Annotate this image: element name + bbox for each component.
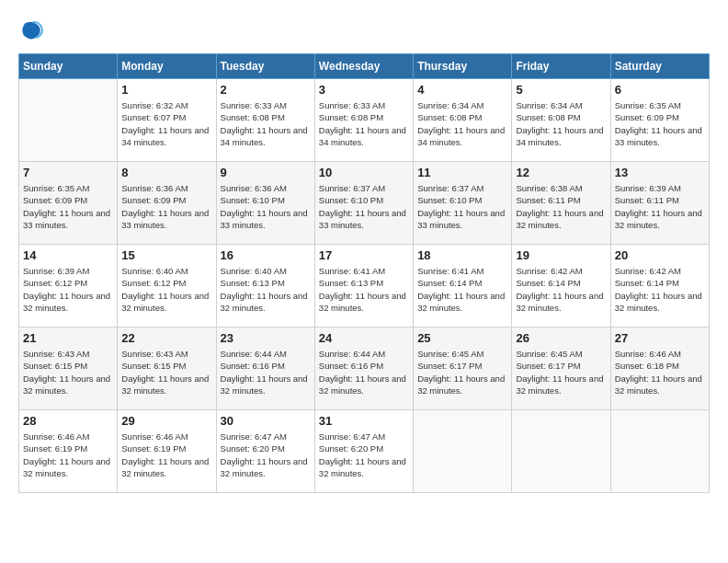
day-info: Sunrise: 6:35 AMSunset: 6:09 PMDaylight:… [615,99,705,148]
day-number: 19 [516,248,606,262]
header-day-tuesday: Tuesday [216,54,314,79]
day-info: Sunrise: 6:42 AMSunset: 6:14 PMDaylight:… [615,265,705,314]
day-info: Sunrise: 6:36 AMSunset: 6:09 PMDaylight:… [121,182,211,231]
day-info: Sunrise: 6:33 AMSunset: 6:08 PMDaylight:… [221,99,311,148]
day-info: Sunrise: 6:39 AMSunset: 6:12 PMDaylight:… [23,265,113,314]
calendar-cell: 13 Sunrise: 6:39 AMSunset: 6:11 PMDaylig… [610,162,709,245]
day-info: Sunrise: 6:44 AMSunset: 6:16 PMDaylight:… [221,348,311,396]
day-number: 10 [319,166,409,179]
day-info: Sunrise: 6:39 AMSunset: 6:11 PMDaylight:… [615,182,705,231]
calendar-cell: 28 Sunrise: 6:46 AMSunset: 6:19 PMDaylig… [19,410,118,493]
calendar-cell: 6 Sunrise: 6:35 AMSunset: 6:09 PMDayligh… [610,79,709,162]
day-number: 1 [121,83,211,97]
header-day-saturday: Saturday [610,54,709,79]
day-number: 31 [319,414,409,428]
calendar-cell: 18 Sunrise: 6:41 AMSunset: 6:14 PMDaylig… [414,245,512,327]
calendar-cell: 11 Sunrise: 6:37 AMSunset: 6:10 PMDaylig… [414,162,512,245]
day-info: Sunrise: 6:46 AMSunset: 6:19 PMDaylight:… [23,431,113,479]
day-number: 12 [516,166,606,179]
calendar-cell: 23 Sunrise: 6:44 AMSunset: 6:16 PMDaylig… [216,327,314,410]
day-info: Sunrise: 6:45 AMSunset: 6:17 PMDaylight:… [516,348,606,396]
calendar-cell: 26 Sunrise: 6:45 AMSunset: 6:17 PMDaylig… [512,327,610,410]
header-day-thursday: Thursday [414,54,512,79]
day-number: 25 [417,331,507,345]
day-number: 8 [121,166,211,179]
day-number: 15 [121,248,211,262]
day-number: 16 [221,248,311,262]
day-number: 14 [23,248,113,262]
day-number: 30 [221,414,311,428]
day-info: Sunrise: 6:34 AMSunset: 6:08 PMDaylight:… [516,99,606,148]
day-number: 4 [417,83,507,97]
calendar-cell: 15 Sunrise: 6:40 AMSunset: 6:12 PMDaylig… [118,245,216,327]
day-info: Sunrise: 6:43 AMSunset: 6:15 PMDaylight:… [23,348,113,396]
day-info: Sunrise: 6:43 AMSunset: 6:15 PMDaylight:… [121,348,211,396]
day-info: Sunrise: 6:38 AMSunset: 6:11 PMDaylight:… [516,182,606,231]
calendar-cell: 14 Sunrise: 6:39 AMSunset: 6:12 PMDaylig… [19,245,118,327]
day-info: Sunrise: 6:37 AMSunset: 6:10 PMDaylight:… [319,182,409,231]
calendar-cell [512,410,610,493]
day-info: Sunrise: 6:44 AMSunset: 6:16 PMDaylight:… [319,348,409,396]
calendar-cell: 22 Sunrise: 6:43 AMSunset: 6:15 PMDaylig… [118,327,216,410]
header-day-monday: Monday [118,54,216,79]
calendar-cell [414,410,512,493]
header-day-sunday: Sunday [19,54,118,79]
day-number: 27 [615,331,705,345]
calendar-cell: 30 Sunrise: 6:47 AMSunset: 6:20 PMDaylig… [216,410,314,493]
calendar-cell: 9 Sunrise: 6:36 AMSunset: 6:10 PMDayligh… [216,162,314,245]
calendar-cell: 20 Sunrise: 6:42 AMSunset: 6:14 PMDaylig… [610,245,709,327]
day-info: Sunrise: 6:46 AMSunset: 6:18 PMDaylight:… [615,348,705,396]
day-number: 3 [319,83,409,97]
week-row-5: 28 Sunrise: 6:46 AMSunset: 6:19 PMDaylig… [19,410,710,493]
day-number: 26 [516,331,606,345]
calendar-cell: 21 Sunrise: 6:43 AMSunset: 6:15 PMDaylig… [19,327,118,410]
calendar-cell [19,79,118,162]
calendar-cell: 7 Sunrise: 6:35 AMSunset: 6:09 PMDayligh… [19,162,118,245]
day-number: 24 [319,331,409,345]
calendar-cell: 4 Sunrise: 6:34 AMSunset: 6:08 PMDayligh… [414,79,512,162]
day-info: Sunrise: 6:41 AMSunset: 6:13 PMDaylight:… [319,265,409,314]
day-number: 17 [319,248,409,262]
week-row-1: 1 Sunrise: 6:32 AMSunset: 6:07 PMDayligh… [19,79,710,162]
calendar-cell: 19 Sunrise: 6:42 AMSunset: 6:14 PMDaylig… [512,245,610,327]
header-row: SundayMondayTuesdayWednesdayThursdayFrid… [19,54,710,79]
day-info: Sunrise: 6:35 AMSunset: 6:09 PMDaylight:… [23,182,113,231]
calendar-cell: 10 Sunrise: 6:37 AMSunset: 6:10 PMDaylig… [314,162,413,245]
day-number: 2 [221,83,311,97]
day-info: Sunrise: 6:40 AMSunset: 6:13 PMDaylight:… [221,265,311,314]
header-day-wednesday: Wednesday [314,54,413,79]
day-info: Sunrise: 6:33 AMSunset: 6:08 PMDaylight:… [319,99,409,148]
day-number: 11 [417,166,507,179]
calendar-cell: 27 Sunrise: 6:46 AMSunset: 6:18 PMDaylig… [610,327,709,410]
calendar-cell: 5 Sunrise: 6:34 AMSunset: 6:08 PMDayligh… [512,79,610,162]
logo-icon [18,18,44,44]
day-number: 7 [23,166,113,179]
header-day-friday: Friday [512,54,610,79]
day-info: Sunrise: 6:45 AMSunset: 6:17 PMDaylight:… [417,348,507,396]
day-number: 18 [417,248,507,262]
calendar-cell: 29 Sunrise: 6:46 AMSunset: 6:19 PMDaylig… [118,410,216,493]
day-number: 29 [121,414,211,428]
calendar-cell: 17 Sunrise: 6:41 AMSunset: 6:13 PMDaylig… [314,245,413,327]
calendar-cell: 31 Sunrise: 6:47 AMSunset: 6:20 PMDaylig… [314,410,413,493]
day-number: 21 [23,331,113,345]
calendar-cell: 25 Sunrise: 6:45 AMSunset: 6:17 PMDaylig… [414,327,512,410]
day-info: Sunrise: 6:47 AMSunset: 6:20 PMDaylight:… [221,431,311,479]
calendar-cell: 16 Sunrise: 6:40 AMSunset: 6:13 PMDaylig… [216,245,314,327]
day-number: 23 [221,331,311,345]
calendar-cell: 12 Sunrise: 6:38 AMSunset: 6:11 PMDaylig… [512,162,610,245]
day-info: Sunrise: 6:42 AMSunset: 6:14 PMDaylight:… [516,265,606,314]
calendar-cell: 1 Sunrise: 6:32 AMSunset: 6:07 PMDayligh… [118,79,216,162]
calendar-cell: 3 Sunrise: 6:33 AMSunset: 6:08 PMDayligh… [314,79,413,162]
day-info: Sunrise: 6:37 AMSunset: 6:10 PMDaylight:… [417,182,507,231]
day-info: Sunrise: 6:47 AMSunset: 6:20 PMDaylight:… [319,431,409,479]
week-row-3: 14 Sunrise: 6:39 AMSunset: 6:12 PMDaylig… [19,245,710,327]
day-number: 20 [615,248,705,262]
day-info: Sunrise: 6:34 AMSunset: 6:08 PMDaylight:… [417,99,507,148]
calendar-cell: 8 Sunrise: 6:36 AMSunset: 6:09 PMDayligh… [118,162,216,245]
calendar-cell: 24 Sunrise: 6:44 AMSunset: 6:16 PMDaylig… [314,327,413,410]
day-number: 5 [516,83,606,97]
day-info: Sunrise: 6:46 AMSunset: 6:19 PMDaylight:… [121,431,211,479]
day-info: Sunrise: 6:36 AMSunset: 6:10 PMDaylight:… [221,182,311,231]
calendar-cell: 2 Sunrise: 6:33 AMSunset: 6:08 PMDayligh… [216,79,314,162]
